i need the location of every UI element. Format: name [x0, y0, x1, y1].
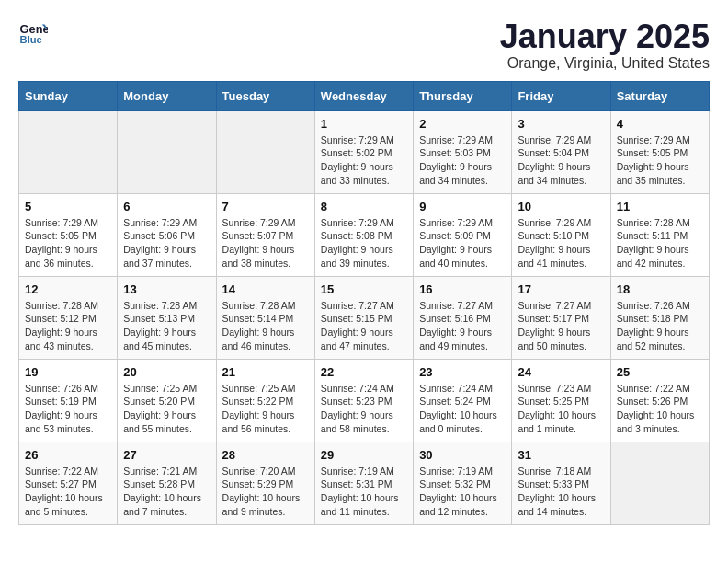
- logo: General Blue: [18, 18, 48, 48]
- calendar-cell: [19, 110, 118, 193]
- week-row-3: 12Sunrise: 7:28 AM Sunset: 5:12 PM Dayli…: [19, 276, 710, 359]
- day-number: 8: [321, 200, 407, 213]
- day-number: 15: [321, 282, 407, 296]
- calendar-cell: 20Sunrise: 7:25 AM Sunset: 5:20 PM Dayli…: [118, 359, 216, 442]
- day-header-thursday: Thursday: [414, 81, 512, 110]
- day-info: Sunrise: 7:29 AM Sunset: 5:10 PM Dayligh…: [518, 216, 604, 270]
- day-info: Sunrise: 7:26 AM Sunset: 5:19 PM Dayligh…: [25, 382, 111, 436]
- day-info: Sunrise: 7:24 AM Sunset: 5:24 PM Dayligh…: [419, 382, 506, 436]
- calendar-cell: 12Sunrise: 7:28 AM Sunset: 5:12 PM Dayli…: [19, 276, 118, 359]
- day-number: 14: [222, 282, 309, 296]
- day-number: 26: [25, 448, 111, 462]
- day-info: Sunrise: 7:29 AM Sunset: 5:05 PM Dayligh…: [25, 216, 111, 270]
- title-area: January 2025 Orange, Virginia, United St…: [500, 18, 710, 72]
- day-number: 2: [419, 117, 506, 131]
- day-info: Sunrise: 7:19 AM Sunset: 5:32 PM Dayligh…: [419, 465, 506, 519]
- day-number: 5: [25, 200, 111, 213]
- day-info: Sunrise: 7:26 AM Sunset: 5:18 PM Dayligh…: [617, 299, 703, 353]
- logo-icon: General Blue: [18, 18, 48, 48]
- day-number: 30: [419, 448, 506, 462]
- day-number: 18: [617, 282, 703, 296]
- calendar-cell: 21Sunrise: 7:25 AM Sunset: 5:22 PM Dayli…: [216, 359, 314, 442]
- calendar-cell: 11Sunrise: 7:28 AM Sunset: 5:11 PM Dayli…: [610, 193, 709, 276]
- calendar-cell: 8Sunrise: 7:29 AM Sunset: 5:08 PM Daylig…: [314, 193, 413, 276]
- day-number: 28: [222, 448, 309, 462]
- calendar-cell: 1Sunrise: 7:29 AM Sunset: 5:02 PM Daylig…: [314, 110, 413, 193]
- day-info: Sunrise: 7:25 AM Sunset: 5:22 PM Dayligh…: [222, 382, 309, 436]
- day-info: Sunrise: 7:22 AM Sunset: 5:27 PM Dayligh…: [25, 465, 111, 519]
- calendar-cell: 30Sunrise: 7:19 AM Sunset: 5:32 PM Dayli…: [414, 442, 512, 524]
- day-number: 11: [617, 200, 703, 213]
- day-info: Sunrise: 7:29 AM Sunset: 5:07 PM Dayligh…: [222, 216, 309, 270]
- day-number: 9: [419, 200, 506, 213]
- day-info: Sunrise: 7:24 AM Sunset: 5:23 PM Dayligh…: [321, 382, 407, 436]
- day-number: 25: [617, 365, 703, 379]
- day-number: 17: [518, 282, 604, 296]
- day-info: Sunrise: 7:21 AM Sunset: 5:28 PM Dayligh…: [123, 465, 210, 519]
- day-info: Sunrise: 7:23 AM Sunset: 5:25 PM Dayligh…: [518, 382, 604, 436]
- calendar-cell: 5Sunrise: 7:29 AM Sunset: 5:05 PM Daylig…: [19, 193, 118, 276]
- calendar-cell: 31Sunrise: 7:18 AM Sunset: 5:33 PM Dayli…: [512, 442, 610, 524]
- day-info: Sunrise: 7:18 AM Sunset: 5:33 PM Dayligh…: [518, 465, 604, 519]
- week-row-2: 5Sunrise: 7:29 AM Sunset: 5:05 PM Daylig…: [19, 193, 710, 276]
- calendar-title: January 2025: [500, 18, 710, 55]
- calendar-cell: 26Sunrise: 7:22 AM Sunset: 5:27 PM Dayli…: [19, 442, 118, 524]
- day-number: 6: [123, 200, 210, 213]
- day-info: Sunrise: 7:28 AM Sunset: 5:11 PM Dayligh…: [617, 216, 703, 270]
- day-number: 3: [518, 117, 604, 131]
- day-info: Sunrise: 7:22 AM Sunset: 5:26 PM Dayligh…: [617, 382, 703, 436]
- day-info: Sunrise: 7:29 AM Sunset: 5:08 PM Dayligh…: [321, 216, 407, 270]
- day-header-tuesday: Tuesday: [216, 81, 314, 110]
- day-info: Sunrise: 7:25 AM Sunset: 5:20 PM Dayligh…: [123, 382, 210, 436]
- svg-text:Blue: Blue: [20, 34, 42, 45]
- week-row-4: 19Sunrise: 7:26 AM Sunset: 5:19 PM Dayli…: [19, 359, 710, 442]
- calendar-cell: 27Sunrise: 7:21 AM Sunset: 5:28 PM Dayli…: [118, 442, 216, 524]
- day-header-monday: Monday: [118, 81, 216, 110]
- calendar-subtitle: Orange, Virginia, United States: [500, 55, 710, 72]
- day-info: Sunrise: 7:20 AM Sunset: 5:29 PM Dayligh…: [222, 465, 309, 519]
- day-header-row: SundayMondayTuesdayWednesdayThursdayFrid…: [19, 81, 710, 110]
- day-number: 24: [518, 365, 604, 379]
- calendar-cell: [610, 442, 709, 524]
- calendar-cell: 13Sunrise: 7:28 AM Sunset: 5:13 PM Dayli…: [118, 276, 216, 359]
- day-info: Sunrise: 7:27 AM Sunset: 5:17 PM Dayligh…: [518, 299, 604, 353]
- day-info: Sunrise: 7:29 AM Sunset: 5:03 PM Dayligh…: [419, 133, 506, 188]
- day-number: 23: [419, 365, 506, 379]
- calendar-cell: 28Sunrise: 7:20 AM Sunset: 5:29 PM Dayli…: [216, 442, 314, 524]
- day-number: 31: [518, 448, 604, 462]
- calendar-cell: 4Sunrise: 7:29 AM Sunset: 5:05 PM Daylig…: [610, 110, 709, 193]
- calendar-cell: 2Sunrise: 7:29 AM Sunset: 5:03 PM Daylig…: [414, 110, 512, 193]
- calendar-cell: 10Sunrise: 7:29 AM Sunset: 5:10 PM Dayli…: [512, 193, 610, 276]
- day-header-sunday: Sunday: [19, 81, 118, 110]
- calendar-cell: 19Sunrise: 7:26 AM Sunset: 5:19 PM Dayli…: [19, 359, 118, 442]
- calendar-cell: 16Sunrise: 7:27 AM Sunset: 5:16 PM Dayli…: [414, 276, 512, 359]
- day-number: 12: [25, 282, 111, 296]
- day-info: Sunrise: 7:29 AM Sunset: 5:05 PM Dayligh…: [617, 133, 703, 188]
- day-number: 22: [321, 365, 407, 379]
- calendar-cell: [118, 110, 216, 193]
- day-number: 21: [222, 365, 309, 379]
- day-info: Sunrise: 7:28 AM Sunset: 5:13 PM Dayligh…: [123, 299, 210, 353]
- day-info: Sunrise: 7:29 AM Sunset: 5:04 PM Dayligh…: [518, 133, 604, 188]
- calendar-cell: 3Sunrise: 7:29 AM Sunset: 5:04 PM Daylig…: [512, 110, 610, 193]
- calendar-cell: 24Sunrise: 7:23 AM Sunset: 5:25 PM Dayli…: [512, 359, 610, 442]
- calendar-cell: 6Sunrise: 7:29 AM Sunset: 5:06 PM Daylig…: [118, 193, 216, 276]
- calendar-table: SundayMondayTuesdayWednesdayThursdayFrid…: [18, 81, 710, 525]
- calendar-cell: 7Sunrise: 7:29 AM Sunset: 5:07 PM Daylig…: [216, 193, 314, 276]
- day-info: Sunrise: 7:28 AM Sunset: 5:14 PM Dayligh…: [222, 299, 309, 353]
- day-number: 29: [321, 448, 407, 462]
- calendar-cell: 18Sunrise: 7:26 AM Sunset: 5:18 PM Dayli…: [610, 276, 709, 359]
- calendar-cell: 14Sunrise: 7:28 AM Sunset: 5:14 PM Dayli…: [216, 276, 314, 359]
- week-row-5: 26Sunrise: 7:22 AM Sunset: 5:27 PM Dayli…: [19, 442, 710, 524]
- day-info: Sunrise: 7:28 AM Sunset: 5:12 PM Dayligh…: [25, 299, 111, 353]
- calendar-cell: 15Sunrise: 7:27 AM Sunset: 5:15 PM Dayli…: [314, 276, 413, 359]
- day-number: 1: [321, 117, 407, 131]
- day-number: 16: [419, 282, 506, 296]
- page-header: General Blue January 2025 Orange, Virgin…: [18, 18, 710, 72]
- calendar-cell: 17Sunrise: 7:27 AM Sunset: 5:17 PM Dayli…: [512, 276, 610, 359]
- day-number: 19: [25, 365, 111, 379]
- calendar-cell: 22Sunrise: 7:24 AM Sunset: 5:23 PM Dayli…: [314, 359, 413, 442]
- week-row-1: 1Sunrise: 7:29 AM Sunset: 5:02 PM Daylig…: [19, 110, 710, 193]
- day-header-saturday: Saturday: [610, 81, 709, 110]
- calendar-cell: 25Sunrise: 7:22 AM Sunset: 5:26 PM Dayli…: [610, 359, 709, 442]
